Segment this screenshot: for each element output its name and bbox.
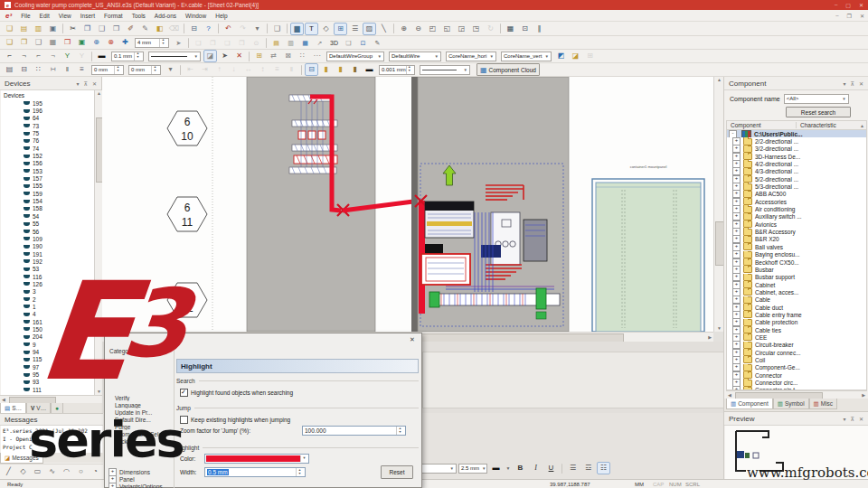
device-item[interactable]: 191 — [1, 250, 94, 258]
highlight-color-combo[interactable]: ▼ — [204, 454, 309, 464]
open-project-icon[interactable]: ▥ — [32, 23, 45, 35]
brush-icon[interactable]: ✎ — [138, 23, 152, 35]
distribute-v-icon[interactable]: ‖ — [285, 63, 298, 76]
device-item[interactable]: 94 — [1, 348, 94, 355]
expander-icon[interactable]: + — [732, 266, 741, 273]
scroll-left-icon[interactable]: ◀ — [728, 393, 731, 398]
new-window-icon[interactable]: ❑ — [270, 23, 284, 35]
device-item[interactable]: 195 — [1, 99, 94, 107]
dialog-tree-item[interactable]: + Dimensions — [108, 468, 173, 475]
reset-button[interactable]: Reset — [381, 465, 413, 479]
undo-icon[interactable]: ↶ — [222, 23, 235, 35]
expander-icon[interactable]: + — [732, 160, 741, 167]
dialog-category-tree[interactable]: Categories Verify Language Update in Pr.… — [108, 346, 173, 488]
reset-search-button[interactable]: Reset search — [786, 107, 851, 117]
dialog-tree-item[interactable]: Default Dire... — [108, 416, 173, 423]
split-view-icon[interactable]: ∥ — [533, 23, 546, 35]
dialog-tree-item[interactable]: Locking — [108, 437, 173, 445]
offset-y-spinner[interactable]: ▲▼ — [151, 66, 158, 74]
wire4-icon[interactable]: ¬ — [46, 50, 60, 62]
columns-icon[interactable]: ‖ — [61, 63, 74, 76]
help-icon[interactable]: ? — [202, 23, 215, 35]
mdi-close-icon[interactable]: ✕ — [860, 13, 864, 19]
expander-icon[interactable]: + — [732, 175, 741, 183]
text-tool-icon[interactable]: T — [305, 23, 318, 35]
zoom-factor-field[interactable]: 100.000 ▲▼ — [302, 426, 406, 436]
component-folder-item[interactable]: + Air conditioning — [727, 205, 866, 212]
font-combo[interactable]: ▼ — [420, 464, 457, 474]
device-item[interactable]: 111 — [1, 386, 94, 393]
component-folder-item[interactable]: + Baying enclosu... — [727, 251, 866, 258]
scroll-right-icon[interactable]: ▶ — [862, 393, 865, 398]
component-cloud-button[interactable]: ▦ Component Cloud — [476, 63, 540, 76]
expander-icon[interactable]: + — [108, 483, 117, 488]
device-item[interactable]: 196 — [1, 107, 94, 114]
wire2-icon[interactable]: ¬ — [17, 50, 31, 62]
expander-icon[interactable]: + — [732, 281, 741, 288]
jump-checkbox-row[interactable]: Keep existing highlights when jumping — [180, 416, 419, 424]
highlight-width-field[interactable]: 0.5 mm ▲▼ — [204, 467, 306, 477]
more2-icon[interactable]: ⋯ — [310, 50, 324, 62]
dialog-tree-item[interactable]: + Panel — [108, 475, 173, 483]
wire-sort-icon[interactable]: ⇄ — [267, 50, 280, 62]
paste-icon[interactable]: ❑ — [95, 23, 108, 35]
line-width-combo[interactable]: 0.1 mm ▲▼ — [111, 52, 144, 61]
core-blue-icon[interactable]: ◩ — [554, 50, 568, 62]
delete2-icon[interactable]: ✕ — [232, 50, 246, 62]
dialog-tree-item[interactable]: Language — [108, 401, 173, 408]
redo-icon[interactable]: ↷ — [236, 23, 250, 35]
device-item[interactable]: 97 — [1, 363, 94, 371]
component-folder-item[interactable]: + Avionics — [727, 221, 866, 228]
delete-sheet-icon[interactable]: ⊗ — [104, 36, 118, 49]
align-top-icon[interactable]: ↑ — [212, 63, 226, 76]
close-icon[interactable]: ✕ — [859, 80, 863, 87]
mdi-restore-icon[interactable]: ❐ — [847, 13, 852, 19]
expander-icon[interactable]: + — [732, 371, 741, 379]
device-item[interactable]: 161 — [1, 318, 94, 325]
align-left-icon[interactable]: ☰ — [566, 462, 580, 474]
panel-menu-icon[interactable]: ▾ — [844, 416, 846, 422]
scroll-up-icon[interactable]: ▲ — [717, 78, 722, 82]
sheet-format-icon[interactable]: ❏ — [342, 36, 355, 49]
tab-messages[interactable]: ◪ Messages — [0, 453, 43, 464]
expander-icon[interactable]: + — [732, 356, 741, 363]
grid-icon[interactable]: ⊞ — [334, 23, 347, 35]
component-folder-item[interactable]: + 2/2-directional ... — [727, 137, 866, 145]
expander-icon[interactable]: + — [732, 258, 741, 266]
dot-menu-icon[interactable]: ▾ — [164, 63, 177, 76]
device-item[interactable]: 109 — [1, 235, 94, 242]
device-item[interactable]: 204 — [1, 333, 94, 341]
device-item[interactable]: 155 — [1, 183, 94, 190]
component-name-combo[interactable]: <All> ▼ — [784, 94, 849, 104]
line-tool-icon[interactable]: ╲ — [377, 23, 391, 35]
copy-icon[interactable]: ❐ — [80, 23, 94, 35]
menu-item[interactable]: Format — [99, 13, 127, 19]
print-icon[interactable]: ⊟ — [187, 23, 201, 35]
highlight-tool-icon[interactable]: ▆ — [290, 23, 304, 35]
devices-hscrollbar[interactable]: ◀ — [0, 395, 102, 403]
expander-icon[interactable]: + — [732, 205, 741, 212]
expander-icon[interactable]: + — [732, 191, 741, 198]
offset-y-combo[interactable]: 0 mm ▲▼ — [128, 65, 161, 75]
component-folder-item[interactable]: + 4/2-directional ... — [727, 160, 866, 167]
insert-icon[interactable]: ✚ — [118, 36, 132, 49]
tab-component[interactable]: ▥Component — [726, 399, 773, 409]
menu-item[interactable]: Insert — [76, 13, 99, 19]
device-item[interactable]: 158 — [1, 205, 94, 212]
expander-icon[interactable]: + — [732, 168, 741, 175]
pencil-icon[interactable]: ✎ — [371, 36, 384, 49]
frame-icon[interactable]: ❒ — [61, 36, 74, 49]
open-icon[interactable]: ▤ — [17, 23, 31, 35]
dialog-tree-item[interactable]: Purge — [108, 423, 173, 430]
zoom-sheet-icon[interactable]: ◱ — [440, 23, 454, 35]
offset-x-spinner[interactable]: ▲▼ — [114, 66, 121, 74]
checkbox-checked-icon[interactable] — [180, 389, 188, 397]
wire1-icon[interactable]: ⌐ — [3, 50, 16, 62]
device-item[interactable]: 156 — [1, 160, 94, 167]
scroll-down-icon[interactable]: ▼ — [717, 326, 722, 331]
cursor-icon[interactable]: ➤ — [218, 50, 231, 62]
component-folder-item[interactable]: + Circular connec... — [727, 349, 866, 356]
new-icon[interactable]: ❏ — [3, 23, 16, 35]
device-item[interactable]: 154 — [1, 197, 94, 204]
precision-combo[interactable]: 0.001 mm ▲▼ — [379, 65, 415, 75]
